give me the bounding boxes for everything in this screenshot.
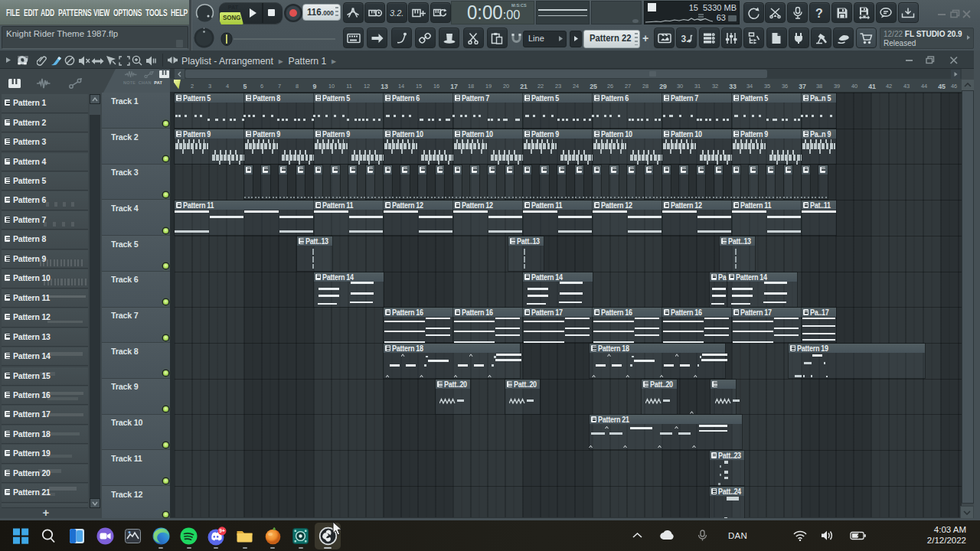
svg-text:?: ? [815, 7, 823, 19]
svg-text:3.: 3. [681, 33, 688, 44]
svg-text:3.2.: 3.2. [390, 8, 403, 18]
svg-text:9+: 9+ [219, 528, 225, 533]
